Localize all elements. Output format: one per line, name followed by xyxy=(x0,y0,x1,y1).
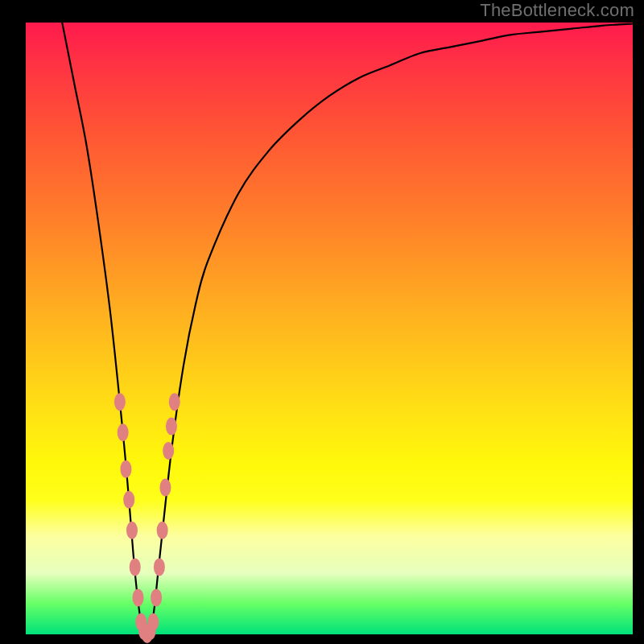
sample-point xyxy=(169,393,180,411)
sample-point xyxy=(163,442,174,460)
bottleneck-curve xyxy=(26,0,633,634)
sample-point xyxy=(123,491,134,509)
sample-point xyxy=(132,588,143,606)
sample-point xyxy=(147,613,159,631)
sample-points xyxy=(114,393,180,643)
curve-layer xyxy=(26,23,633,634)
sample-point xyxy=(120,460,131,478)
sample-point xyxy=(130,558,141,576)
plot-area xyxy=(26,23,633,634)
sample-point xyxy=(154,558,165,576)
sample-point xyxy=(166,418,177,436)
chart-frame: TheBottleneck.com xyxy=(0,0,644,644)
sample-point xyxy=(157,522,168,539)
sample-point xyxy=(159,479,171,497)
sample-point xyxy=(126,522,138,539)
sample-point xyxy=(114,393,126,411)
sample-point xyxy=(118,423,129,441)
sample-point xyxy=(151,588,162,606)
watermark-text: TheBottleneck.com xyxy=(480,0,634,21)
